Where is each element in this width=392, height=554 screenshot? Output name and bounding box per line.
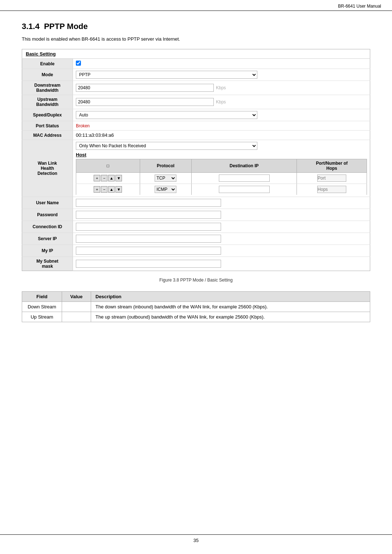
enable-row: Enable — [22, 59, 370, 69]
downstream-value: Kbps — [73, 81, 370, 95]
host-row1-port-input[interactable] — [317, 175, 346, 182]
host-table: □ Protocol Destination IP Port/Number of… — [76, 159, 367, 195]
host-row1-dest-ip-input[interactable] — [219, 175, 270, 182]
settings-table: Basic Setting Enable Mode PPTP Downstrea… — [22, 49, 370, 271]
host-row1-down-icon[interactable]: ▼ — [115, 175, 122, 181]
connection-id-value — [73, 221, 370, 233]
page-number: 35 — [193, 538, 199, 543]
host-row2-protocol-select[interactable]: ICMP TCP — [155, 186, 176, 193]
desc-downstream-value — [62, 302, 91, 312]
host-row1-protocol-select[interactable]: TCP ICMP — [155, 175, 176, 182]
speed-duplex-row: Speed/Duplex Auto — [22, 109, 370, 121]
desc-upstream-field: Up Stream — [22, 312, 62, 322]
host-row1-protocol: TCP ICMP — [140, 173, 191, 184]
server-ip-row: Server IP — [22, 233, 370, 245]
password-input[interactable] — [76, 211, 221, 219]
mac-address-row: MAC Address 00:11:a3:03:84:a6 — [22, 131, 370, 140]
wlhd-value: Only When No Packet Is Received Host □ P… — [73, 140, 370, 197]
speed-duplex-label: Speed/Duplex — [22, 109, 73, 121]
username-label: User Name — [22, 197, 73, 209]
username-row: User Name — [22, 197, 370, 209]
subnet-mask-label: My Subnetmask — [22, 257, 73, 271]
my-ip-value — [73, 245, 370, 257]
mode-row: Mode PPTP — [22, 69, 370, 81]
port-status-text: Broken — [76, 123, 90, 128]
downstream-input[interactable] — [76, 84, 214, 92]
speed-duplex-value: Auto — [73, 109, 370, 121]
host-row2-protocol: ICMP TCP — [140, 184, 191, 195]
host-row1-up-icon[interactable]: ▲ — [108, 175, 115, 181]
host-row1-remove-icon[interactable]: − — [101, 175, 107, 181]
desc-upstream-value — [62, 312, 91, 322]
basic-setting-header-row: Basic Setting — [22, 49, 370, 59]
host-row1-icon-group: + − ▲ ▼ — [79, 175, 137, 181]
figure-caption: Figure 3.8 PPTP Mode / Basic Setting — [22, 278, 370, 283]
host-row2-up-icon[interactable]: ▲ — [108, 186, 115, 193]
host-row1-dest-ip — [191, 173, 297, 184]
server-ip-input[interactable] — [76, 235, 221, 243]
downstream-label: DownstreamBandwidth — [22, 81, 73, 95]
host-row1-add-icon[interactable]: + — [94, 175, 100, 181]
wlhd-dropdown[interactable]: Only When No Packet Is Received — [76, 142, 257, 150]
password-value — [73, 209, 370, 221]
connection-id-input[interactable] — [76, 223, 221, 231]
upstream-input[interactable] — [76, 98, 214, 106]
manual-title: BR-6641 User Manual — [338, 4, 381, 9]
host-row2-dest-ip — [191, 184, 297, 195]
host-row2-hops-input[interactable] — [317, 186, 346, 193]
upstream-value: Kbps — [73, 95, 370, 109]
host-row2-remove-icon[interactable]: − — [101, 186, 107, 193]
connection-id-label: Connection ID — [22, 221, 73, 233]
page-header: BR-6641 User Manual — [0, 0, 392, 11]
mac-address-text: 00:11:a3:03:84:a6 — [76, 132, 114, 138]
wlhd-row: Wan LinkHealthDetection Only When No Pac… — [22, 140, 370, 197]
upstream-label: UpstreamBandwidth — [22, 95, 73, 109]
desc-description-header: Description — [91, 292, 370, 302]
mode-select[interactable]: PPTP — [76, 71, 257, 79]
password-label: Password — [22, 209, 73, 221]
host-row2-dest-ip-input[interactable] — [219, 186, 270, 193]
subnet-mask-input[interactable] — [76, 260, 221, 268]
desc-field-header: Field — [22, 292, 62, 302]
connection-id-row: Connection ID — [22, 221, 370, 233]
host-protocol-col-header: Protocol — [140, 159, 191, 173]
username-value — [73, 197, 370, 209]
basic-setting-label: Basic Setting — [22, 49, 370, 59]
host-table-row-icmp: + − ▲ ▼ ICMP TCP — [76, 184, 367, 195]
host-table-header-row: □ Protocol Destination IP Port/Number of… — [76, 159, 367, 173]
password-row: Password — [22, 209, 370, 221]
wlhd-dropdown-wrap: Only When No Packet Is Received — [76, 142, 367, 150]
port-status-value: Broken — [73, 121, 370, 131]
subnet-mask-value — [73, 257, 370, 271]
section-title: 3.1.4 PPTP Mode — [22, 22, 370, 31]
desc-value-header: Value — [62, 292, 91, 302]
host-row2-icon-group: + − ▲ ▼ — [79, 186, 137, 193]
host-row1-icons: + − ▲ ▼ — [76, 173, 140, 184]
server-ip-label: Server IP — [22, 233, 73, 245]
host-label: Host — [76, 152, 367, 157]
page-footer: 35 — [0, 534, 392, 543]
subnet-mask-row: My Subnetmask — [22, 257, 370, 271]
host-port-hops-col-header: Port/Number ofHops — [297, 159, 367, 173]
enable-value — [73, 59, 370, 69]
host-row2-add-icon[interactable]: + — [94, 186, 100, 193]
downstream-unit: Kbps — [216, 85, 226, 90]
desc-downstream-description: The down stream (inbound) bandwidth of t… — [91, 302, 370, 312]
port-status-row: Port Status Broken — [22, 121, 370, 131]
section-number: 3.1.4 — [22, 22, 40, 31]
host-row2-down-icon[interactable]: ▼ — [115, 186, 122, 193]
my-ip-row: My IP — [22, 245, 370, 257]
speed-duplex-select[interactable]: Auto — [76, 111, 257, 119]
username-input[interactable] — [76, 199, 221, 207]
desc-downstream-row: Down Stream The down stream (inbound) ba… — [22, 302, 370, 312]
section-intro: This model is enabled when BR-6641 is ac… — [22, 36, 370, 42]
desc-upstream-row: Up Stream The up stream (outbound) bandw… — [22, 312, 370, 322]
section-name: PPTP Mode — [44, 22, 88, 31]
description-table: Field Value Description Down Stream The … — [22, 291, 370, 322]
enable-checkbox[interactable] — [76, 61, 81, 66]
wlhd-label: Wan LinkHealthDetection — [22, 140, 73, 197]
desc-table-header-row: Field Value Description — [22, 292, 370, 302]
my-ip-input[interactable] — [76, 247, 221, 255]
host-row2-port-hops — [297, 184, 367, 195]
host-row1-port-hops — [297, 173, 367, 184]
